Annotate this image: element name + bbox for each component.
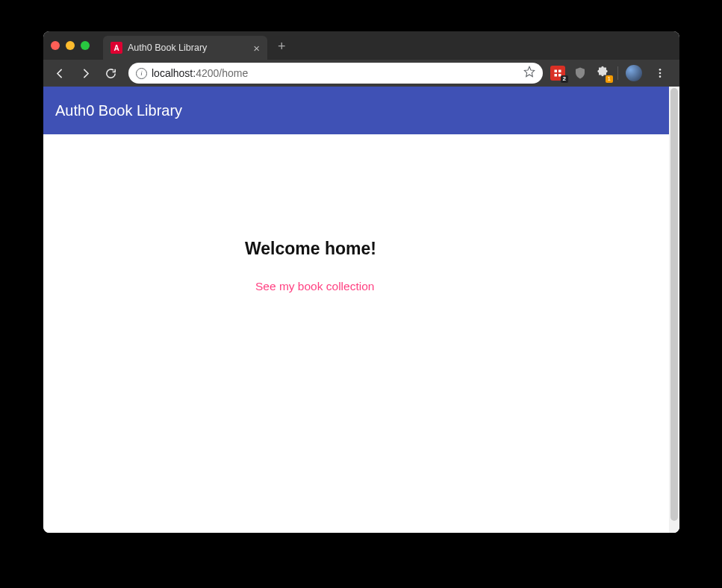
scrollbar-thumb[interactable]: [670, 88, 678, 521]
reload-button[interactable]: [100, 63, 121, 84]
browser-window: A Auth0 Book Library × + i localhost:420…: [43, 31, 679, 533]
site-info-icon[interactable]: i: [136, 68, 147, 79]
svg-rect-1: [555, 70, 558, 73]
window-minimize-button[interactable]: [66, 41, 75, 50]
tab-bar: A Auth0 Book Library × +: [43, 31, 679, 60]
arrow-right-icon: [79, 67, 92, 80]
address-bar[interactable]: i localhost:4200/home: [128, 63, 543, 84]
extension-1[interactable]: 2: [550, 66, 565, 81]
window-maximize-button[interactable]: [81, 41, 90, 50]
browser-menu-button[interactable]: [650, 63, 670, 84]
welcome-heading: Welcome home!: [245, 239, 679, 259]
extension-2[interactable]: [573, 66, 588, 81]
see-collection-link[interactable]: See my book collection: [255, 280, 374, 293]
page-viewport: Auth0 Book Library Welcome home! See my …: [43, 87, 679, 533]
svg-rect-3: [555, 74, 558, 77]
new-tab-button[interactable]: +: [278, 39, 286, 54]
svg-rect-2: [558, 70, 561, 73]
window-close-button[interactable]: [51, 41, 60, 50]
toolbar-divider: [617, 66, 618, 80]
svg-point-6: [659, 72, 662, 75]
star-icon: [523, 66, 535, 78]
page-content: Welcome home! See my book collection: [43, 134, 679, 293]
app-title: Auth0 Book Library: [55, 102, 182, 119]
angular-favicon-icon: A: [111, 42, 122, 54]
nav-bar: i localhost:4200/home 2 1: [43, 60, 679, 87]
browser-tab[interactable]: A Auth0 Book Library ×: [103, 36, 267, 60]
svg-point-5: [659, 69, 662, 71]
back-button[interactable]: [49, 63, 70, 84]
app-header: Auth0 Book Library: [43, 87, 679, 134]
extensions-area: 2 1: [550, 63, 673, 84]
profile-avatar[interactable]: [626, 65, 642, 81]
svg-marker-0: [524, 66, 534, 76]
svg-point-7: [659, 75, 662, 78]
reload-icon: [105, 67, 117, 80]
tab-close-icon[interactable]: ×: [253, 43, 260, 54]
extension-3-badge: 1: [606, 75, 613, 83]
kebab-icon: [654, 67, 666, 79]
vertical-scrollbar[interactable]: [669, 87, 679, 533]
forward-button[interactable]: [75, 63, 96, 84]
arrow-left-icon: [54, 67, 66, 80]
extension-1-badge: 2: [561, 75, 568, 83]
bookmark-button[interactable]: [523, 66, 535, 81]
shield-icon: [573, 66, 587, 80]
extension-3[interactable]: 1: [595, 66, 610, 81]
tab-title: Auth0 Book Library: [128, 43, 248, 53]
traffic-lights: [51, 41, 90, 50]
url-text: localhost:4200/home: [152, 67, 519, 79]
